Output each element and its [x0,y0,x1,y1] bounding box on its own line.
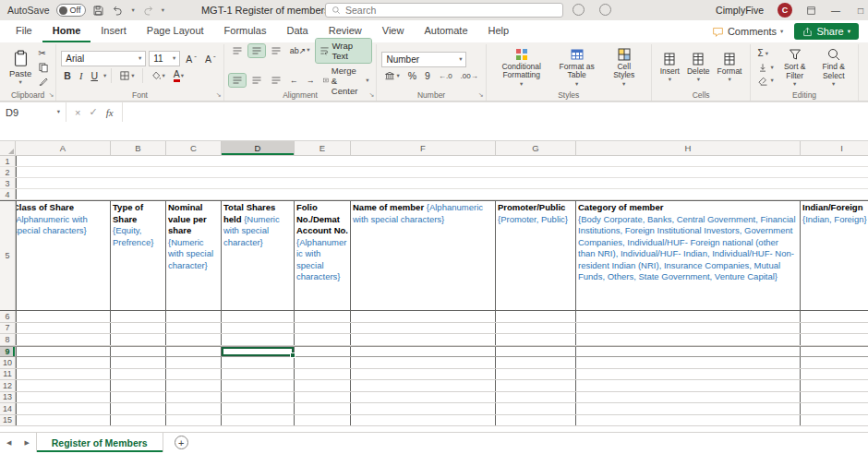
cell-E8[interactable] [295,334,351,345]
cell-H12[interactable] [576,380,801,391]
cell-H2[interactable] [576,167,801,177]
cell-H13[interactable] [576,392,801,403]
cell-C6[interactable] [166,311,222,322]
font-dialog-launcher-icon[interactable]: ↘ [216,91,222,99]
share-dropdown-icon[interactable]: ▾ [848,29,850,35]
increase-decimal-button[interactable]: ←.0 [436,71,455,81]
cell-D6[interactable] [222,311,295,322]
cell-E9[interactable] [295,347,351,357]
cell-G4[interactable] [496,189,576,199]
format-painter-button[interactable] [38,76,49,87]
name-box[interactable]: D9 ▾ [0,102,66,122]
cell-D5[interactable]: Total Shares held {Numeric with special … [222,201,295,310]
center-button[interactable] [248,74,265,87]
cell-C11[interactable] [166,369,222,380]
column-header-H[interactable]: H [576,141,801,156]
cell-I15[interactable] [801,415,868,426]
cell-A14[interactable] [16,403,111,414]
cell-G13[interactable] [496,392,576,403]
ribbon-tab-home[interactable]: Home [42,20,91,42]
autosave-toggle[interactable]: Off [56,4,87,17]
cell-C12[interactable] [166,380,222,391]
underline-button[interactable]: U [88,69,101,82]
cell-B10[interactable] [111,357,166,368]
row-header-15[interactable]: 15 [0,415,16,426]
cell-I10[interactable] [801,357,868,368]
cell-C3[interactable] [166,178,222,188]
add-sheet-button[interactable]: + [175,436,188,449]
cell-D10[interactable] [222,357,295,368]
cell-A7[interactable] [16,323,111,334]
cell-D14[interactable] [222,403,295,414]
cell-C7[interactable] [166,323,222,334]
titlebar-badge-icon[interactable] [599,4,611,16]
percent-style-button[interactable]: % [405,69,419,82]
clipboard-dialog-launcher-icon[interactable]: ↘ [48,91,54,99]
row-header-2[interactable]: 2 [0,167,16,177]
paste-button[interactable]: Paste ▾ [5,50,36,86]
clear-button[interactable]: ▾ [757,76,773,87]
cell-F3[interactable] [351,178,496,188]
share-button[interactable]: Share ▾ [794,23,859,40]
font-size-select[interactable]: 11▾ [149,51,180,66]
cut-button[interactable]: ✂ [38,48,49,59]
insert-function-icon[interactable]: fx [106,107,114,118]
sheet-nav-left-icon[interactable]: ◀ [0,433,18,452]
cell-D11[interactable] [222,369,295,380]
cell-F8[interactable] [351,334,496,345]
cell-I4[interactable] [801,189,868,199]
cell-B2[interactable] [111,167,166,177]
column-header-E[interactable]: E [295,141,351,156]
cell-F2[interactable] [351,167,496,177]
cell-C10[interactable] [166,357,222,368]
cell-E5[interactable]: Folio No./Demat Account No. {Alphanumeri… [295,201,351,310]
cell-F10[interactable] [351,357,496,368]
search-input[interactable]: Search [325,3,563,18]
cell-H6[interactable] [576,311,801,322]
row-header-12[interactable]: 12 [0,380,16,391]
cell-G1[interactable] [496,156,576,166]
cell-I9[interactable] [801,347,868,357]
ribbon-display-options-icon[interactable] [806,6,816,16]
comments-button[interactable]: Comments ▾ [712,26,783,38]
column-header-F[interactable]: F [351,141,496,156]
cell-G15[interactable] [496,415,576,426]
column-header-G[interactable]: G [496,141,576,156]
row-header-11[interactable]: 11 [0,369,16,380]
cell-G7[interactable] [496,323,576,334]
cell-D12[interactable] [222,380,295,391]
cell-H1[interactable] [576,156,801,166]
borders-button[interactable]: ▾ [116,69,137,82]
cell-E15[interactable] [295,415,351,426]
sort-filter-button[interactable]: Sort & Filter ▾ [776,46,814,89]
name-box-dropdown-icon[interactable]: ▾ [57,109,60,115]
cell-F7[interactable] [351,323,496,334]
cell-A10[interactable] [16,357,111,368]
cell-E13[interactable] [295,392,351,403]
cell-E7[interactable] [295,323,351,334]
comma-style-button[interactable]: 9 [422,69,433,82]
cell-D15[interactable] [222,415,295,426]
cell-B5[interactable]: Type of Share {Equity, Prefrence} [111,201,166,310]
cell-A6[interactable] [16,311,111,322]
cell-I14[interactable] [801,403,868,414]
cell-D7[interactable] [222,323,295,334]
undo-icon[interactable] [112,5,124,17]
align-left-button[interactable] [229,74,246,87]
cell-F11[interactable] [351,369,496,380]
top-align-button[interactable] [229,44,246,57]
enter-icon[interactable]: ✓ [89,106,97,118]
cell-I6[interactable] [801,311,868,322]
cell-H5[interactable]: Category of member {Body Corporate, Bank… [576,201,801,310]
cell-F12[interactable] [351,380,496,391]
sheet-tab-register-of-members[interactable]: Register of Members [36,433,163,452]
cell-B8[interactable] [111,334,166,345]
cell-E3[interactable] [295,178,351,188]
copy-button[interactable] [38,62,49,73]
cell-C14[interactable] [166,403,222,414]
decrease-font-size-button[interactable]: Aˇ [202,53,219,66]
align-right-button[interactable] [268,74,284,87]
font-name-select[interactable]: Arial▾ [61,51,146,66]
cell-I8[interactable] [801,334,868,345]
titlebar-badge-icon[interactable] [573,4,585,16]
